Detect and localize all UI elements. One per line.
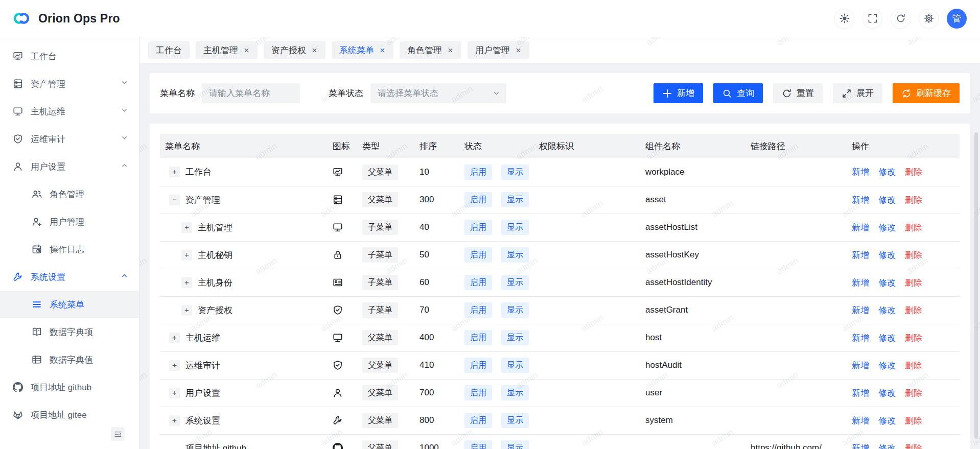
menu-name-input[interactable] bbox=[202, 83, 300, 103]
op-delete-link[interactable]: 删除 bbox=[905, 388, 922, 398]
op-delete-link[interactable]: 删除 bbox=[905, 278, 922, 288]
menu-shield-icon bbox=[333, 305, 354, 315]
expand-row-button[interactable]: + bbox=[181, 277, 192, 288]
op-edit-link[interactable]: 修改 bbox=[878, 361, 896, 370]
op-edit-link[interactable]: 修改 bbox=[878, 278, 896, 288]
expand-row-button[interactable]: + bbox=[181, 250, 192, 261]
sort-value: 70 bbox=[415, 296, 460, 324]
op-delete-link[interactable]: 删除 bbox=[905, 167, 922, 177]
asset-icon bbox=[13, 79, 23, 89]
content-area: 工作台 主机管理 资产授权 系统菜单 角色管理 用户管理 菜单名称 菜单状态 请… bbox=[139, 37, 980, 449]
op-edit-link[interactable]: 修改 bbox=[878, 388, 896, 398]
tab-system-menu[interactable]: 系统菜单 bbox=[332, 41, 393, 59]
op-add-link[interactable]: 新增 bbox=[852, 443, 869, 449]
op-add-link[interactable]: 新增 bbox=[852, 416, 869, 426]
tab-host-mgmt[interactable]: 主机管理 bbox=[196, 41, 258, 59]
sidebar-item-user-settings[interactable]: 用户设置 bbox=[0, 153, 139, 180]
op-delete-link[interactable]: 删除 bbox=[905, 195, 922, 205]
sidebar-collapse-button[interactable] bbox=[111, 427, 125, 441]
expand-row-button[interactable]: + bbox=[169, 388, 180, 398]
fullscreen-button[interactable] bbox=[862, 9, 882, 29]
settings-button[interactable] bbox=[919, 9, 939, 29]
path-value bbox=[746, 158, 848, 186]
sidebar-item-asset-mgmt[interactable]: 资产管理 bbox=[0, 70, 139, 98]
op-edit-link[interactable]: 修改 bbox=[878, 333, 896, 343]
op-edit-link[interactable]: 修改 bbox=[878, 305, 896, 315]
op-delete-link[interactable]: 删除 bbox=[905, 333, 922, 343]
op-add-link[interactable]: 新增 bbox=[852, 278, 869, 288]
sidebar-item-label: 项目地址 github bbox=[31, 382, 131, 393]
user-group-icon bbox=[32, 189, 42, 199]
table-row: + 运维审计 父菜单 410 启用显示 hostAudit 新增修改删除 bbox=[160, 351, 960, 379]
tab-close-icon[interactable] bbox=[379, 47, 386, 54]
tab-close-icon[interactable] bbox=[447, 47, 454, 54]
type-tag: 父菜单 bbox=[362, 385, 398, 400]
permission-value bbox=[535, 241, 641, 269]
theme-button[interactable] bbox=[834, 9, 854, 29]
op-edit-link[interactable]: 修改 bbox=[878, 223, 896, 232]
tab-user-mgmt[interactable]: 用户管理 bbox=[468, 41, 529, 59]
op-add-link[interactable]: 新增 bbox=[852, 388, 869, 398]
op-add-link[interactable]: 新增 bbox=[852, 250, 869, 260]
chevron-down-icon bbox=[121, 79, 131, 89]
sidebar-item-user-mgmt[interactable]: 用户管理 bbox=[0, 208, 139, 235]
op-add-link[interactable]: 新增 bbox=[852, 333, 869, 343]
op-edit-link[interactable]: 修改 bbox=[878, 167, 896, 177]
menu-status-select[interactable]: 请选择菜单状态 bbox=[370, 83, 506, 103]
tab-workbench[interactable]: 工作台 bbox=[148, 41, 190, 59]
op-edit-link[interactable]: 修改 bbox=[878, 195, 896, 205]
button-label: 新增 bbox=[677, 87, 694, 99]
sidebar-item-ops-audit[interactable]: 运维审计 bbox=[0, 125, 139, 153]
user-avatar[interactable]: 管 bbox=[947, 9, 967, 29]
query-button[interactable]: 查询 bbox=[713, 83, 763, 103]
op-add-link[interactable]: 新增 bbox=[852, 195, 869, 205]
sidebar-item-gitee[interactable]: 项目地址 gitee bbox=[0, 401, 139, 429]
op-delete-link[interactable]: 删除 bbox=[905, 250, 922, 260]
op-add-link[interactable]: 新增 bbox=[852, 167, 869, 177]
component-value: asset bbox=[641, 186, 746, 214]
reset-button[interactable]: 重置 bbox=[773, 83, 823, 103]
refresh-cache-button[interactable]: 刷新缓存 bbox=[893, 83, 960, 103]
sidebar-item-host-ops[interactable]: 主机运维 bbox=[0, 98, 139, 125]
op-add-link[interactable]: 新增 bbox=[852, 223, 869, 232]
expand-row-button[interactable]: + bbox=[169, 415, 180, 426]
expand-row-button[interactable]: + bbox=[169, 360, 180, 371]
add-button[interactable]: 新增 bbox=[654, 83, 703, 103]
expand-row-button[interactable]: + bbox=[169, 333, 180, 343]
expand-row-button[interactable]: + bbox=[181, 222, 192, 233]
tab-close-icon[interactable] bbox=[515, 47, 522, 54]
op-add-link[interactable]: 新增 bbox=[852, 305, 869, 315]
op-delete-link[interactable]: 删除 bbox=[905, 443, 922, 449]
vertical-scrollbar[interactable] bbox=[974, 132, 978, 439]
op-delete-link[interactable]: 删除 bbox=[905, 416, 922, 426]
op-delete-link[interactable]: 删除 bbox=[905, 305, 922, 315]
tab-close-icon[interactable] bbox=[311, 47, 318, 54]
expand-row-button[interactable]: + bbox=[169, 167, 180, 177]
op-add-link[interactable]: 新增 bbox=[852, 361, 869, 370]
status-tag: 启用 bbox=[464, 164, 492, 180]
tab-role-mgmt[interactable]: 角色管理 bbox=[400, 41, 461, 59]
sidebar-item-dict-value[interactable]: 数据字典值 bbox=[0, 346, 139, 373]
app-title: Orion Ops Pro bbox=[38, 12, 120, 26]
sidebar-item-dict-item[interactable]: 数据字典项 bbox=[0, 318, 139, 346]
sidebar-item-workbench[interactable]: 工作台 bbox=[0, 42, 139, 70]
sidebar-item-role-mgmt[interactable]: 角色管理 bbox=[0, 180, 139, 208]
sidebar-item-op-log[interactable]: 操作日志 bbox=[0, 235, 139, 263]
op-delete-link[interactable]: 删除 bbox=[905, 223, 922, 232]
collapse-row-button[interactable]: − bbox=[169, 195, 180, 205]
dict-value-icon bbox=[32, 355, 42, 365]
plus-icon bbox=[662, 88, 672, 99]
op-edit-link[interactable]: 修改 bbox=[878, 416, 896, 426]
sidebar-item-system-menu[interactable]: 系统菜单 bbox=[0, 291, 139, 318]
sidebar-item-system-settings[interactable]: 系统设置 bbox=[0, 263, 139, 291]
sidebar-item-github[interactable]: 项目地址 github bbox=[0, 373, 139, 401]
expand-row-button[interactable]: + bbox=[181, 305, 192, 316]
expand-button[interactable]: 展开 bbox=[833, 83, 882, 103]
menu-name: 系统设置 bbox=[185, 415, 220, 427]
tab-close-icon[interactable] bbox=[243, 47, 250, 54]
op-delete-link[interactable]: 删除 bbox=[905, 361, 922, 370]
tab-asset-grant[interactable]: 资产授权 bbox=[264, 41, 325, 59]
op-edit-link[interactable]: 修改 bbox=[878, 443, 896, 449]
op-edit-link[interactable]: 修改 bbox=[878, 250, 896, 260]
refresh-button[interactable] bbox=[891, 9, 911, 29]
